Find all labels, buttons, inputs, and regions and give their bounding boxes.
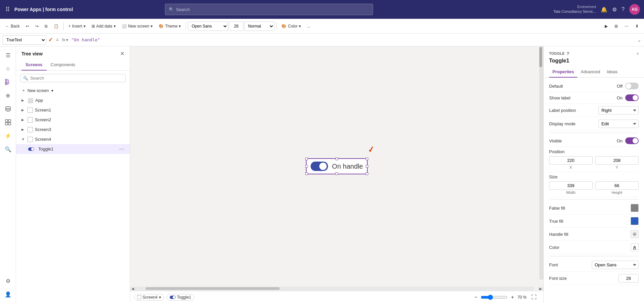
tree-view-icon[interactable] — [2, 76, 14, 88]
help-icon[interactable]: ? — [622, 6, 625, 12]
height-input[interactable] — [595, 181, 639, 190]
canvas-h-scrollbar[interactable] — [136, 287, 534, 291]
formula-check-icon[interactable]: ✓ — [48, 37, 53, 43]
power-icon[interactable]: ⚡ — [2, 130, 14, 142]
font-select[interactable]: Open Sans — [188, 21, 228, 31]
label-position-select[interactable]: Right — [598, 106, 639, 115]
color-swatch[interactable]: A — [631, 243, 639, 251]
position-x-input[interactable] — [549, 156, 593, 165]
canvas-selection[interactable]: ✓ On handle — [306, 158, 368, 174]
scroll-left-arrow[interactable]: ◀ — [130, 287, 136, 291]
add-data-button[interactable]: ⊞ Add data ▾ — [89, 23, 118, 30]
zoom-out-button[interactable]: − — [473, 294, 479, 300]
tree-search[interactable]: 🔍 — [20, 74, 126, 82]
tree-item-screen2[interactable]: ▶ Screen2 ⋯ — [16, 115, 130, 125]
new-screen-item[interactable]: ＋ New screen ▾ — [16, 86, 130, 95]
font-size-prop-input[interactable] — [619, 274, 639, 283]
position-y-input[interactable] — [595, 156, 639, 165]
toggle-switch[interactable] — [311, 162, 328, 171]
search-bar[interactable]: 🔍 — [165, 4, 373, 15]
font-size-input[interactable] — [229, 21, 244, 31]
default-toggle[interactable] — [625, 83, 639, 89]
visible-toggle[interactable] — [625, 137, 639, 144]
tree-item-app[interactable]: ▶ ⬜ App ⋯ — [16, 95, 130, 105]
copy-button[interactable]: ⧉ — [42, 23, 50, 30]
handle-bc[interactable] — [335, 172, 338, 175]
theme-button[interactable]: 🎨 Theme ▾ — [156, 23, 183, 30]
chevron-right-icon: ▶ — [21, 108, 25, 112]
show-label-toggle[interactable] — [625, 94, 639, 101]
redo-button[interactable]: ↪ — [33, 23, 41, 30]
toggle-pill[interactable]: Toggle1 — [167, 294, 194, 301]
panel-collapse-button[interactable]: › — [637, 50, 639, 56]
tab-components[interactable]: Components — [47, 59, 79, 71]
user-icon[interactable]: 👤 — [2, 288, 14, 300]
search-input[interactable] — [176, 7, 369, 12]
preview-button[interactable]: ▶ — [602, 23, 610, 30]
tab-ideas[interactable]: Ideas — [603, 67, 621, 78]
paste-button[interactable]: 📋 — [51, 23, 61, 30]
more-icon[interactable]: ⋯ — [119, 146, 124, 152]
settings-bottom-icon[interactable]: ⚙ — [2, 275, 14, 287]
canvas-scrollbar-v[interactable] — [539, 46, 543, 279]
tree-close-button[interactable]: ✕ — [120, 50, 124, 57]
data-icon[interactable] — [2, 103, 14, 115]
prop-handle-fill: Handle fill — [549, 228, 639, 241]
back-button[interactable]: ← Back — [3, 23, 22, 30]
tab-screens[interactable]: Screens — [21, 59, 47, 71]
settings-icon[interactable]: ⚙ — [612, 6, 617, 13]
apps-grid-icon[interactable]: ⠿ — [4, 4, 11, 14]
handle-fill-swatch[interactable] — [631, 230, 639, 238]
handle-mr[interactable] — [366, 165, 368, 168]
search-icon[interactable]: 🔍 — [2, 143, 14, 155]
canvas-scrollbar-thumb[interactable] — [539, 47, 542, 67]
display-mode-select[interactable]: Edit — [598, 120, 639, 128]
tab-advanced[interactable]: Advanced — [577, 67, 603, 78]
components-icon[interactable] — [2, 116, 14, 128]
scroll-right-arrow[interactable]: ▶ — [538, 287, 543, 291]
formula-input[interactable]: "On handle" — [70, 36, 635, 44]
more-options-button[interactable]: ⋯ — [622, 23, 631, 30]
handle-bl[interactable] — [305, 172, 308, 175]
tab-properties[interactable]: Properties — [549, 67, 577, 78]
property-select[interactable]: TrueText — [3, 35, 46, 45]
help-icon[interactable]: ? — [567, 51, 569, 56]
more-button[interactable]: ... — [304, 23, 313, 30]
screen-pill[interactable]: Screen4 ▾ — [134, 294, 164, 301]
handle-br[interactable] — [366, 172, 368, 175]
handle-ml[interactable] — [305, 165, 308, 168]
tree-item-screen3[interactable]: ▶ Screen3 ⋯ — [16, 125, 130, 134]
width-input[interactable] — [549, 181, 593, 190]
tree-search-input[interactable] — [30, 76, 123, 81]
publish-button[interactable]: ⬆ — [633, 23, 641, 30]
sidebar-toggle-icon[interactable]: ☰ — [2, 49, 14, 61]
handle-tl[interactable] — [305, 158, 308, 160]
canvas-bottom-bar: Screen4 ▾ Toggle1 − + 70 % ⛶ — [130, 291, 543, 303]
tree-item-toggle1[interactable]: Toggle1 ⋯ — [16, 144, 130, 154]
handle-tr[interactable] — [366, 158, 368, 160]
layout-button[interactable]: ⊞ — [612, 23, 621, 30]
zoom-in-button[interactable]: + — [509, 294, 515, 300]
home-icon[interactable]: ⌂ — [2, 62, 14, 75]
font-prop-select[interactable]: Open Sans — [592, 261, 639, 269]
tree-item-screen1[interactable]: ▶ Screen1 ⋯ — [16, 105, 130, 115]
toggle-widget[interactable]: On handle — [306, 158, 368, 174]
insert-icon[interactable]: ⊕ — [2, 89, 14, 101]
tree-item-screen4[interactable]: ▼ Screen4 ⋯ — [16, 134, 130, 144]
zoom-slider[interactable] — [481, 295, 507, 300]
new-screen-button[interactable]: ⬜ New screen ▾ — [119, 23, 155, 30]
insert-button[interactable]: + Insert ▾ — [66, 23, 88, 30]
color-button[interactable]: 🎨 Color ▾ — [279, 23, 304, 30]
notifications-icon[interactable]: 🔔 — [601, 6, 607, 13]
formula-fx-button[interactable]: fx ▾ — [62, 38, 68, 42]
handle-tc[interactable] — [335, 158, 338, 160]
true-fill-swatch[interactable] — [631, 217, 639, 225]
style-select[interactable]: Normal — [244, 21, 274, 31]
canvas-h-thumb[interactable] — [146, 287, 280, 290]
formula-expand-icon[interactable]: ⌄ — [637, 37, 641, 43]
fullscreen-button[interactable]: ⛶ — [529, 293, 539, 302]
false-fill-swatch[interactable] — [631, 204, 639, 212]
avatar[interactable]: AG — [629, 4, 640, 15]
height-field: Height — [595, 181, 639, 194]
undo-button[interactable]: ↩ — [23, 23, 32, 30]
